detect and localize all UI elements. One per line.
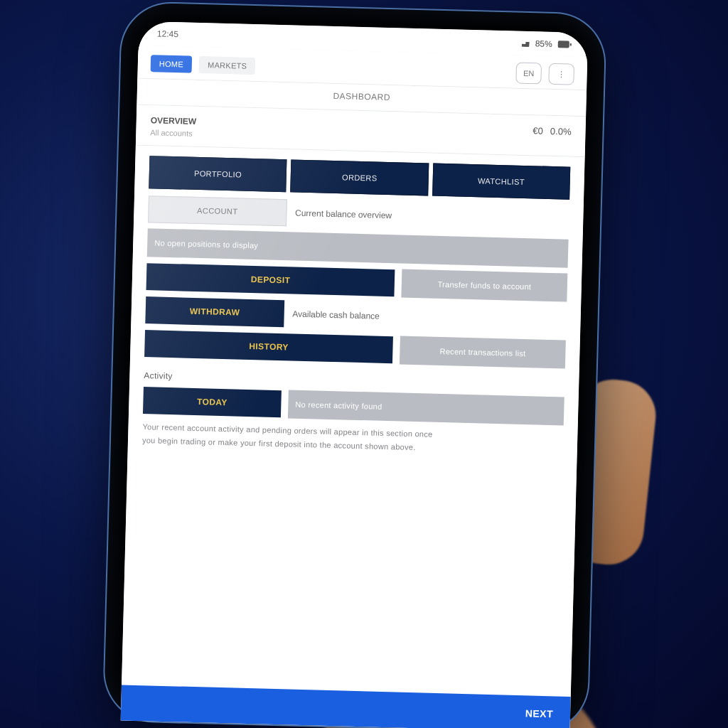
status-time: 12:45	[157, 28, 178, 39]
text-withdraw: Available cash balance	[289, 304, 567, 330]
bar-no-positions: No open positions to display	[147, 228, 569, 267]
tabs: HOME MARKETS	[151, 55, 256, 75]
tile-row: PORTFOLIO ORDERS WATCHLIST	[149, 156, 570, 199]
badge-today[interactable]: TODAY	[143, 387, 282, 417]
scene-background: 12:45 85% HOME MARKETS EN ⋮ DASHBOARD	[0, 0, 728, 728]
phone: 12:45 85% HOME MARKETS EN ⋮ DASHBOARD	[104, 2, 606, 728]
content: PORTFOLIO ORDERS WATCHLIST ACCOUNT Curre…	[122, 146, 585, 697]
row-account: ACCOUNT Current balance overview	[148, 196, 569, 233]
section-main: PORTFOLIO ORDERS WATCHLIST ACCOUNT Curre…	[127, 146, 584, 469]
battery-icon	[558, 41, 569, 48]
stat-amount: €0	[532, 125, 543, 136]
phone-screen: 12:45 85% HOME MARKETS EN ⋮ DASHBOARD	[121, 21, 589, 728]
row-withdraw: WITHDRAW Available cash balance	[145, 296, 567, 334]
header-right: EN ⋮	[515, 63, 574, 85]
tile-watchlist[interactable]: WATCHLIST	[432, 164, 570, 200]
breadcrumb-stats: €0 0.0%	[532, 125, 571, 136]
tab-home[interactable]: HOME	[151, 55, 193, 73]
bar-history-text: Recent transactions list	[400, 336, 566, 368]
body-text: Your recent account activity and pending…	[142, 420, 564, 458]
row-activity: TODAY No recent activity found	[143, 386, 564, 425]
tile-portfolio[interactable]: PORTFOLIO	[149, 156, 287, 192]
locale-button[interactable]: EN	[515, 63, 542, 85]
badge-history[interactable]: HISTORY	[144, 330, 393, 363]
badge-withdraw[interactable]: WITHDRAW	[145, 296, 284, 327]
bottom-bar-label: NEXT	[525, 707, 554, 719]
row-deposit: DEPOSIT Transfer funds to account	[146, 262, 567, 301]
status-right: 85%	[518, 38, 569, 50]
badge-deposit[interactable]: DEPOSIT	[146, 263, 395, 296]
text-account: Current balance overview	[292, 203, 569, 229]
row-history: HISTORY Recent transactions list	[144, 329, 566, 368]
battery-label: 85%	[535, 38, 552, 49]
badge-account[interactable]: ACCOUNT	[148, 196, 287, 226]
menu-button[interactable]: ⋮	[548, 63, 574, 85]
signal-icon	[518, 40, 530, 47]
bar-no-activity: No recent activity found	[288, 390, 564, 425]
bar-deposit-text: Transfer funds to account	[402, 269, 568, 302]
tile-orders[interactable]: ORDERS	[291, 159, 429, 196]
tab-markets[interactable]: MARKETS	[199, 56, 256, 75]
stat-change: 0.0%	[550, 126, 572, 137]
